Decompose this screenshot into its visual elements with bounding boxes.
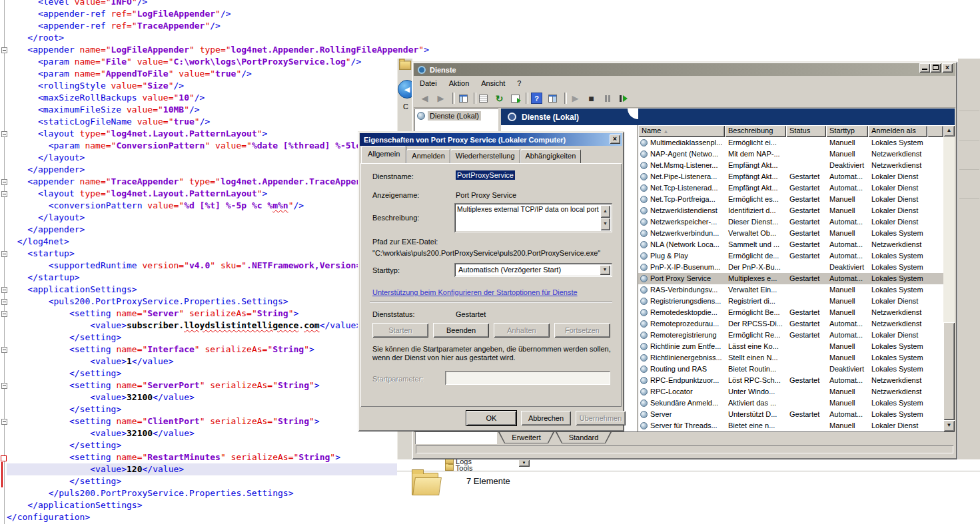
service-gear-icon [640,252,648,260]
properties-dialog: Eigenschaften von Port Proxy Service (Lo… [358,131,624,431]
dialog-tab-abhngigkeiten[interactable]: Abhängigkeiten [520,149,582,163]
back-icon[interactable] [419,93,430,104]
service-row[interactable]: Net.Msmq-Listener...Empfängt Akt...Deakt… [638,160,943,171]
dienstname-value[interactable]: PortProxyService [456,170,515,180]
combo-dropdown-icon[interactable]: ▼ [600,265,610,275]
restart-service-icon[interactable] [618,93,629,104]
service-row[interactable]: Registrierungsdiens...Registriert di...M… [638,296,943,307]
service-row[interactable]: NAP-Agent (Netwo...Mit dem NAP-...Manuel… [638,148,943,160]
ok-button[interactable]: OK [466,411,516,425]
column-header-beschreibung[interactable]: Beschreibung [725,125,786,137]
service-row[interactable]: NetzwerklistendienstIdentifiziert d...Ge… [638,205,943,216]
properties-icon[interactable] [478,93,489,104]
tree-item-dienste-lokal[interactable]: Dienste (Lokal) [417,111,481,121]
scroll-down-button[interactable]: ▼ [943,420,955,431]
scroll-up-button[interactable]: ▲ [943,125,955,136]
close-button[interactable]: × [942,63,953,73]
service-row[interactable]: Server für Threads...Bietet eine n...Man… [638,420,943,431]
dialog-close-button[interactable]: × [610,134,620,144]
view-tab-standard[interactable]: Standard [556,432,612,443]
starten-button: Starten [372,323,428,338]
service-row[interactable]: Net.Tcp-Portfreiga...Ermöglicht es...Ges… [638,194,943,205]
beschreibung-textarea[interactable]: Multiplexes external TCP/IP data on loca… [454,203,612,232]
export-list-icon[interactable] [510,93,521,104]
service-row[interactable]: Multimediaklassenpl...Ermöglicht ei...Ma… [638,137,943,148]
starttyp-combobox[interactable]: Automatisch (Verzögerter Start) ▼ [454,263,612,277]
fold-toggle-icon[interactable] [1,383,7,389]
column-header-starttyp[interactable]: Starttyp [826,125,868,137]
service-row[interactable]: RPC-LocatorUnter Windo...ManuellNetzwerk… [638,386,943,397]
start-service-icon[interactable] [570,93,581,104]
service-row[interactable]: Routing und RASBietet Routin...Deaktivie… [638,364,943,375]
abbrechen-button[interactable]: Abbrechen [521,411,571,425]
service-gear-icon [640,343,648,350]
forward-icon[interactable] [435,93,446,104]
fold-toggle-icon[interactable] [1,299,7,305]
view-tab-erweitert[interactable]: Erweitert [498,432,554,443]
service-row[interactable]: RemoteregistrierungErmöglicht Re...Gesta… [638,330,943,341]
services-title-bar[interactable]: Dienste [414,63,955,76]
column-header-status[interactable]: Status [786,125,826,137]
fold-toggle-icon[interactable] [1,191,7,197]
beenden-button[interactable]: Beenden [433,323,489,338]
fold-toggle-icon[interactable] [1,347,7,353]
dialog-tab-wiederherstellung[interactable]: Wiederherstellung [450,149,520,163]
menu-item-datei[interactable]: Datei [414,79,443,87]
menu-item-ansicht[interactable]: Ansicht [475,79,511,87]
maximize-button[interactable] [930,63,941,73]
dialog-title-bar[interactable]: Eigenschaften von Port Proxy Service (Lo… [360,133,622,146]
fold-toggle-icon[interactable] [1,179,7,185]
menu-item-?[interactable]: ? [511,79,527,87]
service-row[interactable]: RPC-Endpunktzuor...Löst RPC-Sch...Gestar… [638,375,943,386]
service-row[interactable]: Plug & PlayErmöglicht de...GestartetAuto… [638,250,943,262]
service-row[interactable]: Netzwerkverbindun...Verwaltet Ob...Gesta… [638,228,943,239]
column-header-name[interactable]: Name ▲ [638,125,725,137]
dialog-tab-allgemein[interactable]: Allgemein [361,146,406,163]
service-row[interactable]: Port Proxy ServiceMultiplexes e...Gestar… [638,273,943,284]
service-row[interactable]: PnP-X-IP-Busenum...Der PnP-X-Bu...Deakti… [638,262,943,273]
minimize-button[interactable] [919,63,930,73]
folder-icon [445,464,454,471]
column-header-anmeldenals[interactable]: Anmelden als [868,125,927,137]
service-gear-icon [640,298,648,305]
service-row[interactable]: ServerUnterstützt D...GestartetAutomat..… [638,409,943,420]
service-row[interactable]: Remotedesktopdie...Ermöglicht Be...Gesta… [638,307,943,318]
services-status-bar [414,444,955,455]
menu-item-aktion[interactable]: Aktion [443,79,476,87]
service-row[interactable]: Richtlinie zum Entfe...Lässt eine Ko...M… [638,341,943,352]
service-row[interactable]: Net.Pipe-Listenera...Empfängt Akt...Gest… [638,171,943,182]
fold-toggle-icon[interactable] [1,287,7,293]
explorer-window-bottom: Logs Tools ▼ 7 Elemente [397,459,980,524]
explorer-combo-dropdown-button[interactable]: ▼ [518,459,530,467]
dialog-general-tab-panel: Dienstname: PortProxyService Anzeigename… [360,163,622,407]
fold-toggle-icon[interactable] [1,251,7,257]
fold-toggle-icon[interactable] [1,311,7,317]
show-console-tree-icon[interactable] [458,93,469,104]
pfad-value: "C:\work\ais\puls200.PortProxyService\pu… [372,249,600,257]
fold-toggle-icon[interactable] [1,419,7,425]
scrollbar-thumb[interactable] [943,322,955,420]
dialog-tab-anmelden[interactable]: Anmelden [406,149,450,163]
description-scroll-down-icon[interactable]: ▼ [600,218,610,230]
stop-service-icon[interactable] [586,93,597,104]
service-row[interactable]: Netzwerkspeicher-...Dieser Dienst...Gest… [638,216,943,228]
service-gear-icon [640,275,648,282]
service-row[interactable]: Richtlinienergebniss...Stellt einen N...… [638,352,943,364]
dialog-title: Eigenschaften von Port Proxy Service (Lo… [360,136,566,144]
dienststatus-value: Gestartet [456,310,486,318]
service-row[interactable]: NLA (Network Loca...Sammelt und ...Gesta… [638,239,943,250]
extended-view-icon[interactable] [547,93,558,104]
description-scroll-up-icon[interactable]: ▲ [600,205,610,218]
service-row[interactable]: RAS-Verbindungsv...Verwaltet Ein...Manue… [638,284,943,296]
services-list-scrollbar[interactable]: ▲ ▼ [943,125,955,431]
service-row[interactable]: Net.Tcp-Listenerad...Empfängt Akt...Gest… [638,182,943,194]
fold-toggle-icon[interactable] [1,47,7,53]
refresh-icon[interactable] [494,93,505,104]
service-row[interactable]: Remoteprozedurau...Der RPCSS-Di...Gestar… [638,318,943,330]
fold-toggle-icon[interactable] [1,131,7,137]
startoptions-help-link[interactable]: Unterstützung beim Konfigurieren der Sta… [372,288,578,296]
service-row[interactable]: Sekundäre Anmeld...Aktiviert das ...Manu… [638,397,943,409]
startparameter-input[interactable] [445,371,610,385]
pause-service-icon[interactable] [602,93,613,104]
help-icon[interactable] [531,93,542,104]
